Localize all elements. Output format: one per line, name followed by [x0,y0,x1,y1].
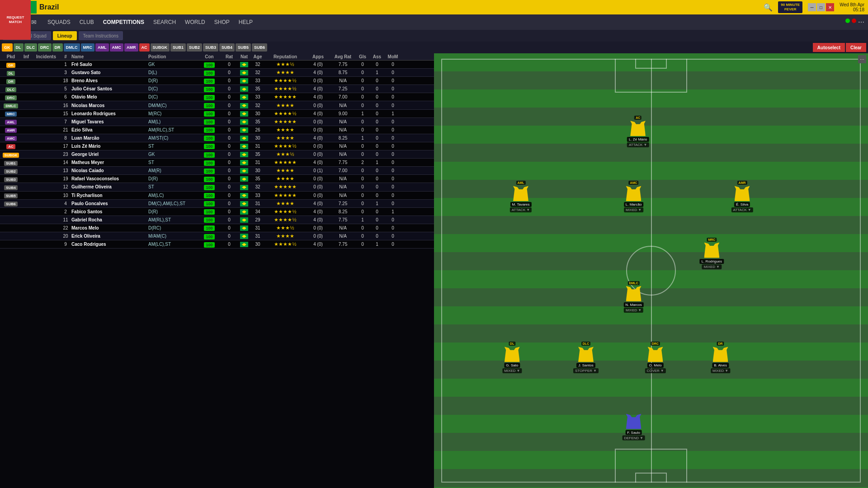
pos-btn-sub6[interactable]: SUB6 [252,43,267,52]
pos-btn-ac[interactable]: AC [139,43,150,52]
tab-team-instructions[interactable]: Team Instructions [79,31,123,40]
pitch-player-aml[interactable]: AML M. Tavares ATTACK ▼ [510,181,532,212]
cell-con: 100 [198,184,221,190]
pitch-player-drc[interactable]: DRC O. Melo COVER ▼ [645,342,665,373]
table-row[interactable]: DMLC 16 Nicolas Marcos DM/M(C) 100 0 32 … [0,101,434,109]
pitch-player-dlc[interactable]: DLC J. Santos STOPPER ▼ [573,342,599,373]
player-role-gk[interactable]: DEFEND ▼ [622,436,645,441]
cell-mom: 0 [384,62,401,67]
cell-rep: ★★★★ [265,168,306,174]
table-row[interactable]: MRC 15 Leonardo Rodrigues M(RC) 100 0 30… [0,110,434,118]
nav-world[interactable]: WORLD [181,17,209,27]
pos-btn-drc[interactable]: DRC [38,43,52,52]
cell-gls: 1 [355,217,370,222]
cell-nat [238,135,250,141]
pos-btn-dmlc[interactable]: DMLC [64,43,80,52]
cell-mom: 0 [384,119,401,124]
cell-avg-rat: 8.25 [330,136,355,141]
player-role-mrc[interactable]: MIXED ▼ [702,264,722,269]
pitch-player-dl[interactable]: DL G. Sato MIXED ▼ [502,342,522,373]
nav-competitions[interactable]: COMPETITIONS [99,17,148,27]
table-row[interactable]: DL 3 Gustavo Sato D(L) 100 0 32 ★★★★ 4 (… [0,69,434,77]
player-role-dlc[interactable]: STOPPER ▼ [573,368,599,373]
table-row[interactable]: SUB2 13 Nicolas Caiado AM(R) 100 0 30 ★★… [0,167,434,175]
player-role-amc[interactable]: MIXED ▼ [624,207,643,212]
table-row[interactable]: GK 1 Fré Saulo GK 100 0 32 ★★★½ 4 (0) 7.… [0,61,434,69]
table-row[interactable]: SUB6 4 Paulo Goncalves DM(C),AM(LC),ST 1… [0,200,434,208]
table-row[interactable]: SUB4 12 Guilherme Oliveira ST 100 0 32 ★… [0,183,434,191]
cell-pkd: SUB3 [2,176,20,182]
cell-rep: ★★★★½ [265,78,306,84]
pos-btn-amc[interactable]: AMC [110,43,124,52]
request-match-button[interactable]: REQUEST MATCH [0,0,31,40]
pos-btn-sub3[interactable]: SUB3 [203,43,218,52]
tab-lineup[interactable]: Lineup [53,31,77,40]
expand-pitch-button[interactable]: ⋯ [858,55,866,63]
cell-mom: 0 [384,176,401,181]
cell-num: 2 [60,209,71,214]
player-role-drc[interactable]: COVER ▼ [645,368,665,373]
table-row[interactable]: DLC 5 Julio César Santos D(C) 100 0 35 ★… [0,85,434,93]
cell-nat [238,70,250,75]
table-row[interactable]: DRC 6 Otávio Melo D(C) 100 0 33 ★★★★★ 4 … [0,93,434,101]
nav-search[interactable]: SEARCH [150,17,179,27]
pos-btn-gk[interactable]: GK [2,43,13,52]
cell-name: Julio César Santos [71,86,148,91]
pos-btn-sub1[interactable]: SUB1 [170,43,186,52]
cell-num: 13 [60,168,71,173]
pos-btn-sub5[interactable]: SUB5 [236,43,251,52]
nav-club[interactable]: CLUB [76,17,98,27]
pitch-player-amr[interactable]: AMR É. Silva ATTACK ▼ [731,181,753,212]
pos-btn-dl[interactable]: DL [14,43,24,52]
autoselect-button[interactable]: Autoselect [813,43,845,52]
pos-btn-dlc[interactable]: DLC [24,43,38,52]
player-role-dl[interactable]: MIXED ▼ [502,368,522,373]
table-row[interactable]: AMR 21 Ézio Silva AM(RLC),ST 100 0 26 ★★… [0,126,434,134]
pitch-player-ac[interactable]: AC L. Zé Mário ATTACK ▼ [627,116,649,147]
pos-btn-amr[interactable]: AMR [124,43,138,52]
table-row[interactable]: SUB1 14 Matheus Meyer ST 100 0 31 ★★★★★ … [0,159,434,167]
player-role-aml[interactable]: ATTACK ▼ [510,207,532,212]
cell-age: 31 [250,144,265,149]
table-row[interactable]: SUB5 10 Ti Rycharlison AM(LC) 100 0 33 ★… [0,192,434,200]
pitch-player-gk[interactable]: F. Saulo DEFEND ▼ [622,414,645,441]
table-row[interactable]: SUBGK 23 George Uriel GK 100 0 35 ★★★½ 0… [0,150,434,159]
mail-icon[interactable]: ✉ [31,19,37,26]
table-row[interactable]: AC 17 Luis Zé Mário ST 100 0 31 ★★★★½ 0 … [0,142,434,150]
pitch-player-dmlc[interactable]: DMLC N. Marcos MIXED ▼ [623,281,643,313]
pos-btn-dr[interactable]: DR [52,43,63,52]
table-row[interactable]: 20 Erick Oliveira M/AM(C) 100 0 31 ★★★★ … [0,232,434,240]
player-role-amr[interactable]: ATTACK ▼ [731,207,753,212]
table-row[interactable]: 22 Marcos Melo D(RC) 100 0 31 ★★★½ 0 (0)… [0,224,434,232]
player-role-dmlc[interactable]: MIXED ▼ [624,308,643,313]
clear-button[interactable]: Clear [846,43,866,52]
player-role-dr[interactable]: MIXED ▼ [711,368,730,373]
table-row[interactable]: 2 Fabico Santos D(R) 100 0 34 ★★★★½ 4 (0… [0,208,434,216]
search-icon[interactable]: 🔍 [764,3,773,12]
nav-squads[interactable]: SQUADS [44,17,74,27]
table-row[interactable]: AML 7 Miguel Tavares AM(L) 100 0 35 ★★★★… [0,118,434,126]
pos-btn-mrc[interactable]: MRC [81,43,95,52]
pos-btn-subgk[interactable]: SUBGK [151,43,170,52]
pitch-player-amc[interactable]: AMC L. Marcão MIXED ▼ [624,181,644,212]
pos-btn-sub4[interactable]: SUB4 [219,43,235,52]
th-inf: Inf [20,54,33,59]
table-row[interactable]: 11 Gabriel Rocha AM(RL),ST 100 0 29 ★★★★… [0,216,434,224]
pos-btn-sub2[interactable]: SUB2 [187,43,202,52]
player-role-ac[interactable]: ATTACK ▼ [627,142,649,147]
table-row[interactable]: 9 Caco Rodrigues AM(LC),ST 100 0 30 ★★★★… [0,240,434,249]
nav-shop[interactable]: SHOP [211,17,233,27]
table-row[interactable]: AMC 8 Luan Marcão AM/ST(C) 100 0 30 ★★★★… [0,134,434,142]
table-row[interactable]: DR 18 Breno Alves D(R) 100 0 33 ★★★★½ 0 … [0,77,434,85]
pitch-player-dr[interactable]: DR B. Alves MIXED ▼ [711,342,730,373]
nav-help[interactable]: HELP [235,17,256,27]
player-name-gk: F. Saulo [625,430,642,435]
nav-bar: 🏠 💬 ✉ SQUADS CLUB COMPETITIONS SEARCH WO… [0,14,868,30]
cell-nat [238,119,250,125]
cell-num: 14 [60,160,71,165]
cell-rep: ★★★½ [265,225,306,231]
table-row[interactable]: SUB3 19 Rafael Vascoconselos D(R) 100 0 … [0,175,434,183]
cell-nat [238,127,250,133]
pitch-player-mrc[interactable]: MRC L. Rodrigues MIXED ▼ [700,238,724,269]
pos-btn-aml[interactable]: AML [95,43,109,52]
